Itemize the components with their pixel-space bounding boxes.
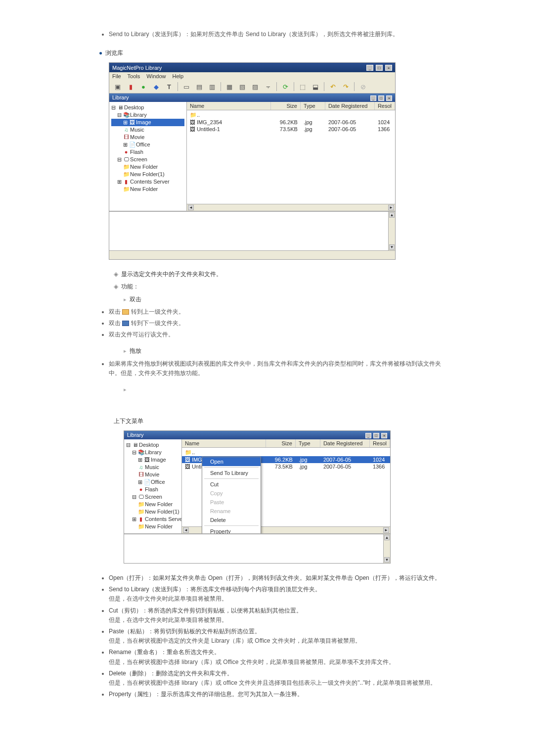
list-row-2[interactable]: 🖼Untitled-1 73.5KB .jpg 2007-06-05 1366 bbox=[187, 126, 395, 133]
panel-max-icon-2[interactable]: □ bbox=[373, 433, 379, 438]
panel-max-icon[interactable]: □ bbox=[378, 95, 384, 101]
library-window: MagicNetPro Library _ □ × File Tools Win… bbox=[109, 62, 396, 260]
tb-icon-9[interactable]: ▧ bbox=[237, 82, 248, 92]
scroll-right-icon[interactable]: ► bbox=[388, 205, 394, 210]
context-panel-title: Library bbox=[127, 432, 144, 438]
note-dclick: 双击 bbox=[124, 295, 445, 304]
split-body: ⊟ 🖥Desktop ⊟ 📚Library ⊞ 🖼Image ♫Music 🎞M… bbox=[109, 102, 395, 211]
col-name[interactable]: Name bbox=[187, 102, 271, 110]
menu-file[interactable]: File bbox=[112, 73, 121, 79]
context-panel-controls: _ □ × bbox=[365, 432, 387, 438]
menu-delete[interactable]: Delete bbox=[202, 516, 261, 524]
tb-icon-7[interactable]: ▥ bbox=[207, 82, 218, 92]
folder-up-icon bbox=[122, 309, 129, 315]
tree-newfolder-2[interactable]: 📁New Folder(1) bbox=[111, 171, 184, 178]
context-menu-heading: 上下文菜单 bbox=[114, 417, 445, 425]
empty-arrow bbox=[124, 385, 445, 394]
note-drag: 拖放 bbox=[124, 346, 445, 356]
toolbar-sep-2 bbox=[221, 82, 221, 91]
tree-office[interactable]: ⊞ 📄Office bbox=[111, 141, 184, 148]
panel-close-icon[interactable]: × bbox=[386, 95, 392, 101]
panel-close-icon-2[interactable]: × bbox=[381, 433, 387, 438]
tree-flash[interactable]: ●Flash bbox=[111, 148, 184, 156]
menu-window[interactable]: Window bbox=[146, 73, 166, 79]
tree-newfolder-3[interactable]: 📁New Folder bbox=[111, 186, 184, 193]
tree-desktop[interactable]: ⊟ 🖥Desktop bbox=[111, 104, 184, 111]
menu-help[interactable]: Help bbox=[173, 73, 184, 79]
toolbar-sep-3 bbox=[276, 82, 277, 91]
list-row-1[interactable]: 🖼IMG_2354 96.2KB .jpg 2007-06-05 1024 bbox=[187, 119, 395, 126]
tree-image[interactable]: ⊞ 🖼Image bbox=[111, 119, 184, 126]
panel-min-icon[interactable]: _ bbox=[370, 95, 376, 101]
menu-paste[interactable]: Paste bbox=[202, 498, 261, 507]
maximize-icon[interactable]: □ bbox=[376, 65, 383, 71]
tb-icon-12[interactable]: ⬚ bbox=[297, 82, 308, 92]
scroll-up-icon[interactable]: ▲ bbox=[389, 212, 395, 218]
tb-icon-5[interactable]: ▭ bbox=[181, 82, 192, 92]
tree-pane: ⊟ 🖥Desktop ⊟ 📚Library ⊞ 🖼Image ♫Music 🎞M… bbox=[109, 102, 187, 211]
tree-screen[interactable]: ⊟ 🖵Screen bbox=[111, 156, 184, 163]
context-list-rows: 📁.. 🖼IMG_2354 96.2KB .jpg 2007-06-05 102… bbox=[182, 448, 390, 526]
tree-newfolder-1[interactable]: 📁New Folder bbox=[111, 163, 184, 171]
tb-icon-1[interactable]: ▣ bbox=[112, 82, 123, 92]
context-menu: Open Send To Library Cut Copy Paste Rena… bbox=[202, 457, 261, 536]
tb-icon-8[interactable]: ▦ bbox=[224, 82, 235, 92]
h-scrollbar[interactable]: ◄ ► bbox=[187, 204, 395, 211]
drag-list: 如果将库文件拖放到树状视图或列表视图的库文件夹中，则当库文件和库文件夹的内容类型… bbox=[109, 359, 445, 378]
menu-tools[interactable]: Tools bbox=[128, 73, 140, 79]
tb-icon-10[interactable]: ▨ bbox=[250, 82, 261, 92]
tb-icon-13[interactable]: ⬓ bbox=[310, 82, 321, 92]
tb-icon-6[interactable]: ▤ bbox=[194, 82, 205, 92]
folder-down-icon bbox=[122, 321, 129, 326]
window-title: MagicNetPro Library bbox=[112, 65, 162, 71]
menu-cut[interactable]: Cut bbox=[202, 480, 261, 489]
tree-movie[interactable]: 🎞Movie bbox=[111, 134, 184, 141]
tb-icon-redo[interactable]: ↷ bbox=[340, 82, 351, 92]
tb-icon-11[interactable]: ⫟ bbox=[263, 82, 273, 92]
panel-min-icon-2[interactable]: _ bbox=[365, 433, 371, 438]
menu-copy[interactable]: Copy bbox=[202, 489, 261, 498]
minimize-icon[interactable]: _ bbox=[366, 65, 373, 71]
scroll-left-icon[interactable]: ◄ bbox=[188, 205, 194, 210]
tb-icon-4[interactable]: ◆ bbox=[151, 82, 162, 92]
titlebar: MagicNetPro Library _ □ × bbox=[109, 63, 395, 72]
tb-icon-2[interactable]: ▮ bbox=[125, 82, 136, 92]
scroll-down-icon[interactable]: ▼ bbox=[389, 244, 395, 250]
menubar: File Tools Window Help bbox=[109, 72, 395, 80]
ctx-send: Send to Library（发送到库）：将所选库文件移动到每个内容项目的顶层… bbox=[109, 585, 445, 604]
menu-rename[interactable]: Rename bbox=[202, 507, 261, 516]
toolbar-sep-6 bbox=[354, 82, 355, 91]
ctx-delete: Delete（删除）：删除选定的文件夹和库文件。 但是，当在树状视图中选择 li… bbox=[109, 669, 445, 688]
close-icon[interactable]: × bbox=[385, 65, 392, 71]
col-size[interactable]: Size bbox=[271, 102, 301, 110]
tree-library[interactable]: ⊟ 📚Library bbox=[111, 111, 184, 119]
tb-icon-undo[interactable]: ↶ bbox=[327, 82, 338, 92]
v-scrollbar[interactable]: ▲ ▼ bbox=[388, 212, 395, 250]
context-panel-head: Library _ □ × bbox=[124, 431, 390, 439]
context-split: ⊟ 🖥Desktop ⊟ 📚Library ⊞ 🖼Image ♫Music 🎞M… bbox=[124, 439, 390, 533]
library-panel-head: Library _ □ × bbox=[109, 94, 395, 102]
intro-list: Send to Library（发送到库）：如果对所选文件单击 Send to … bbox=[109, 30, 445, 39]
col-type[interactable]: Type bbox=[301, 102, 325, 110]
col-date[interactable]: Date Registered bbox=[325, 102, 375, 110]
list-pane: Name Size Type Date Registered Resol 📁.. bbox=[187, 102, 395, 211]
menu-send[interactable]: Send To Library bbox=[202, 469, 261, 477]
tb-icon-t[interactable]: T bbox=[164, 82, 175, 92]
tb-icon-3[interactable]: ● bbox=[138, 82, 149, 92]
ctx-open: Open（打开）：如果对某文件夹单击 Open（打开），则将转到该文件夹。如果对… bbox=[109, 573, 445, 583]
col-res[interactable]: Resol bbox=[375, 102, 395, 110]
dclick-down: 双击 转到下一级文件夹。 bbox=[109, 319, 445, 328]
menu-open[interactable]: Open bbox=[202, 457, 261, 466]
toolbar-sep-4 bbox=[294, 82, 294, 91]
tree-music[interactable]: ♫Music bbox=[111, 126, 184, 134]
tb-icon-stop[interactable]: ⊘ bbox=[357, 82, 368, 92]
context-tree: ⊟ 🖥Desktop ⊟ 📚Library ⊞ 🖼Image ♫Music 🎞M… bbox=[124, 439, 182, 533]
toolbar-sep-1 bbox=[178, 82, 178, 91]
panel-title: Library bbox=[112, 94, 129, 101]
dclick-run: 双击文件可运行该文件。 bbox=[109, 330, 445, 339]
tb-icon-refresh[interactable]: ⟳ bbox=[280, 82, 291, 92]
list-row-up[interactable]: 📁.. bbox=[187, 111, 395, 119]
tree-contents-server[interactable]: ⊞ ▮Contents Server bbox=[111, 178, 184, 186]
ctx-rename: Rename（重命名）：重命名所选文件夹。 但是，当在树状视图中选择 libra… bbox=[109, 648, 445, 666]
ctx-property: Property（属性）：显示所选库文件的详细信息。您可为其加入一条注释。 bbox=[109, 690, 445, 699]
